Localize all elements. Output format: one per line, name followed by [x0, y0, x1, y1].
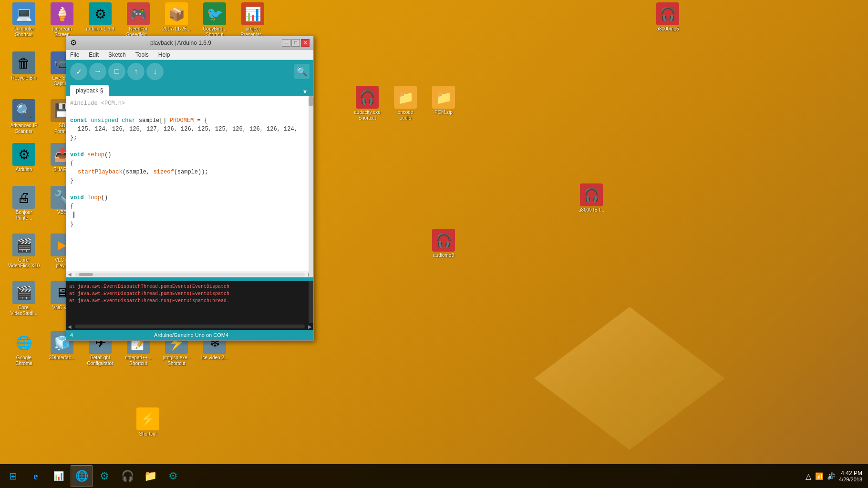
close-button[interactable]: ✕ [301, 39, 310, 47]
serial-monitor-button[interactable]: 🔍 [294, 64, 310, 79]
menu-edit[interactable]: Edit [87, 51, 101, 59]
desktop-icon-icecream[interactable]: 🍦 IcecreamScreen [43, 2, 81, 38]
clock-date: 4/29/2018 [839, 477, 862, 482]
code-line-6 [70, 142, 310, 151]
code-line-2 [70, 108, 310, 116]
maximize-button[interactable]: □ [291, 39, 300, 47]
save-button[interactable]: ↓ [146, 63, 164, 80]
code-horizontal-scrollbar[interactable]: ◀ ▶ [66, 271, 313, 277]
desktop-icon-bonjour[interactable]: 🖨 BonjourPrinte... [5, 186, 43, 221]
tray-clock[interactable]: 4:42 PM 4/29/2018 [839, 470, 862, 482]
code-content[interactable]: #include <PCM.h> const unsigned char sam… [66, 96, 313, 271]
audacity-icon: 🎧 [356, 86, 379, 109]
computer-icon: 💻 [12, 2, 35, 25]
minimize-button[interactable]: — [282, 39, 290, 47]
console-h-track[interactable] [75, 325, 305, 328]
window-titlebar: ⚙ playback | Arduino 1.6.9 — □ ✕ [66, 36, 313, 50]
desktop-icon-computer[interactable]: 💻 ComputerShortcut [5, 2, 43, 38]
code-vertical-scrollbar[interactable] [309, 96, 313, 277]
tab-playback[interactable]: playback § [70, 85, 109, 96]
desktop-icon-label: a8000 IB I... [579, 207, 604, 213]
start-button[interactable]: ⊞ [2, 465, 24, 487]
desktop-icon-pcmzip[interactable]: 📁 PCM.zip [424, 86, 463, 115]
headphone-icon: 🎧 [656, 2, 679, 25]
desktop-icon-audiomp3[interactable]: 🎧 audiomp3 [424, 229, 463, 258]
arduino-ide-window: ⚙ playback | Arduino 1.6.9 — □ ✕ File Ed… [66, 36, 314, 341]
menu-help[interactable]: Help [156, 51, 172, 59]
console-scroll-right[interactable]: ▶ [307, 324, 313, 329]
desktop-icon-project[interactable]: 📊 projectPresentat... [234, 2, 272, 38]
console-h-bar: ◀ ▶ [66, 323, 313, 330]
bird-icon: 🐦 [203, 2, 226, 25]
powerpoint-icon: 📊 [53, 471, 64, 481]
taskbar-headphone[interactable]: 🎧 [116, 465, 138, 487]
console-content: at java.awt.EventDispatchThread.pumpEven… [66, 281, 313, 323]
desktop-icon-corel[interactable]: 🎬 CorelVideoFlick X10 [5, 234, 43, 269]
tab-label: playback § [76, 87, 103, 94]
desktop-icon-label: BetaflightConfigurator [87, 355, 113, 366]
console-scroll-left[interactable]: ◀ [66, 324, 73, 329]
desktop-icon-recycle[interactable]: 🗑 Recycle Bin [5, 51, 43, 81]
taskbar-powerpoint[interactable]: 📊 [48, 465, 70, 487]
desktop-icon-label: PCM.zip [434, 110, 453, 115]
icecream-icon: 🍦 [51, 2, 73, 25]
code-line-15: } [70, 220, 310, 229]
a8000-icon: 🎧 [580, 183, 603, 206]
desktop-icon-google[interactable]: 🌐 GoogleChrome [5, 331, 43, 366]
chrome-icon: 🌐 [75, 470, 88, 482]
console-line-2: at java.awt.EventDispatchThread.pumpEven… [69, 290, 310, 297]
menu-file[interactable]: File [68, 51, 81, 59]
taskbar-folder[interactable]: 📁 [139, 465, 161, 487]
tray-network-icon[interactable]: 📶 [815, 472, 823, 480]
bonjour-icon: 🖨 [12, 186, 35, 209]
upload-button[interactable]: → [89, 63, 106, 80]
pcmzip-icon: 📁 [432, 86, 455, 109]
desktop-icon-arduino169[interactable]: ⚙ arduino-1.6.9 [81, 2, 119, 32]
h-scroll-thumb[interactable] [79, 273, 93, 276]
desktop-icon-advanced[interactable]: 🔍 Advanced IPScanner [5, 99, 43, 134]
desktop-icon-jm8000[interactable]: 🎧 a8000mp5 [649, 2, 687, 32]
arduino-taskbar-icon: ⚙ [100, 470, 109, 482]
code-line-3: const unsigned char sample[] PROGMEM = { [70, 116, 310, 125]
tab-dropdown[interactable]: ▾ [300, 87, 310, 96]
desktop-icon-zip[interactable]: 📦 2017-11-25... [157, 2, 196, 32]
desktop-icon-label: BonjourPrinte... [16, 210, 32, 221]
window-title: playback | Arduino 1.6.9 [150, 40, 211, 46]
desktop-icon-audacity[interactable]: 🎧 audacity.exeShortcut [348, 86, 386, 121]
zip-icon: 📦 [165, 2, 188, 25]
tray-speaker-icon[interactable]: 🔊 [827, 472, 835, 480]
window-toolbar: ✓ → □ ↑ ↓ 🔍 [66, 60, 313, 83]
code-line-9: startPlayback(sample, sizeof(sample)); [70, 168, 310, 176]
desktop-icon-corel2[interactable]: 🎬 CorelVideoStudi... [5, 281, 43, 316]
menu-sketch[interactable]: Sketch [106, 51, 128, 59]
desktop-icon-arduino2[interactable]: ⚙ Arduino [5, 143, 43, 173]
scrollbar-thumb[interactable] [309, 96, 313, 106]
console-scrollbar[interactable] [309, 281, 313, 323]
console-area: at java.awt.EventDispatchThread.pumpEven… [66, 277, 313, 330]
desktop-icon-label: Advanced IPScanner [10, 123, 38, 134]
taskbar-chrome[interactable]: 🌐 [71, 465, 93, 487]
taskbar-arduino[interactable]: ⚙ [93, 465, 115, 487]
h-scroll-track[interactable] [75, 273, 305, 276]
verify-button[interactable]: ✓ [70, 63, 87, 80]
board-status: Arduino/Genuino Uno on COM4 [73, 332, 310, 338]
new-button[interactable]: □ [108, 63, 125, 80]
desktop-icon-shortcut[interactable]: ⚡ Shortcut [129, 407, 167, 437]
open-button[interactable]: ↑ [127, 63, 145, 80]
menu-tools[interactable]: Tools [134, 51, 151, 59]
code-line-13: { [70, 202, 310, 211]
desktop-icon-copybird[interactable]: 🐦 CopyBird...Shortcut [196, 2, 234, 38]
desktop-icon-encode[interactable]: 📁 encodeaudio [386, 86, 424, 121]
desktop-icon-label: GoogleChrome [15, 355, 32, 366]
desktop-icon-a8000[interactable]: 🎧 a8000 IB I... [572, 183, 610, 213]
window-menubar: File Edit Sketch Tools Help [66, 50, 313, 60]
headphone-taskbar-icon: 🎧 [121, 470, 134, 482]
code-editor[interactable]: #include <PCM.h> const unsigned char sam… [66, 96, 313, 277]
desktop-icon-nfs[interactable]: 🎮 NeedForSpeedMo... [119, 2, 157, 38]
taskbar-ie[interactable]: e [25, 465, 47, 487]
tray-hide-icon[interactable]: △ [806, 472, 811, 481]
taskbar-arduino2[interactable]: ⚙ [162, 465, 184, 487]
scroll-left-arrow[interactable]: ◀ [66, 272, 73, 277]
code-line-7: void setup() [70, 151, 310, 159]
desktop-icon-label: progisp.exe -Shortcut [163, 355, 190, 366]
